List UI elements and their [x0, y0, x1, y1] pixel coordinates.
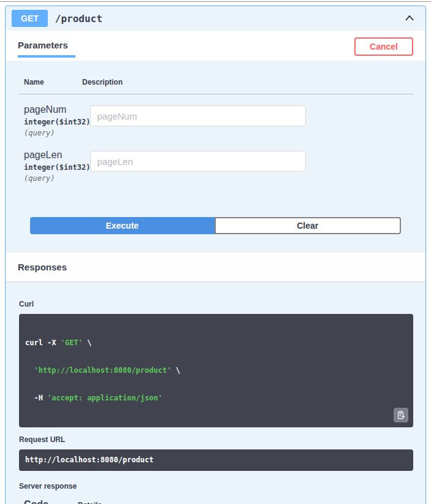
parameters-table-header: Name Description	[19, 78, 413, 94]
parameter-type: integer($int32)	[24, 118, 90, 126]
cancel-button[interactable]: Cancel	[354, 37, 413, 56]
parameter-meta: pageLen integer($int32) (query)	[24, 150, 90, 183]
copy-to-clipboard-button[interactable]	[394, 408, 408, 422]
request-url-block: http://localhost:8080/product	[19, 449, 413, 471]
tab-parameters[interactable]: Parameters	[18, 40, 75, 58]
execute-row: Execute Clear	[30, 217, 401, 234]
parameter-row-pagelen: pageLen integer($int32) (query)	[19, 140, 413, 185]
section-divider	[0, 1, 431, 2]
clipboard-icon	[397, 411, 405, 419]
pagelen-input[interactable]	[90, 151, 306, 172]
responses-section-header: Responses	[6, 253, 425, 281]
collapse-button[interactable]	[403, 12, 416, 25]
curl-block: curl -X 'GET' \ 'http://localhost:8080/p…	[19, 314, 413, 427]
curl-label: Curl	[19, 300, 413, 308]
method-badge: GET	[12, 10, 48, 27]
curl-command: curl -X 'GET' \ 'http://localhost:8080/p…	[25, 320, 391, 421]
execute-button[interactable]: Execute	[30, 217, 215, 234]
name-column-header: Name	[24, 78, 82, 86]
parameter-meta: pageNum integer($int32) (query)	[24, 104, 90, 137]
clear-button[interactable]: Clear	[215, 217, 402, 234]
parameter-type: integer($int32)	[24, 163, 90, 172]
endpoint-path: /product	[55, 13, 102, 25]
parameter-name: pageNum	[24, 104, 90, 115]
responses-body: Curl curl -X 'GET' \ 'http://localhost:8…	[6, 281, 425, 504]
parameter-description-cell	[90, 104, 413, 137]
details-column-header: Details	[78, 501, 413, 504]
chevron-up-icon	[403, 12, 416, 25]
parameter-row-pagenum: pageNum integer($int32) (query)	[19, 94, 413, 140]
response-table-header: Code Details	[19, 499, 413, 504]
parameter-name: pageLen	[24, 150, 90, 161]
opblock-summary[interactable]: GET /product	[6, 6, 425, 31]
code-column-header: Code	[24, 499, 78, 504]
parameter-location: (query)	[24, 174, 90, 183]
description-column-header: Description	[82, 78, 413, 86]
opblock-get-product: GET /product Parameters Cancel Name Desc…	[5, 6, 426, 504]
request-url-value: http://localhost:8080/product	[25, 456, 407, 465]
parameters-section: Name Description pageNum integer($int32)…	[6, 61, 425, 185]
server-response-label: Server response	[19, 482, 413, 491]
parameter-location: (query)	[24, 129, 90, 137]
request-url-label: Request URL	[19, 435, 413, 444]
parameter-description-cell	[90, 150, 413, 183]
tab-bar: Parameters Cancel	[6, 31, 425, 61]
pagenum-input[interactable]	[90, 105, 306, 126]
